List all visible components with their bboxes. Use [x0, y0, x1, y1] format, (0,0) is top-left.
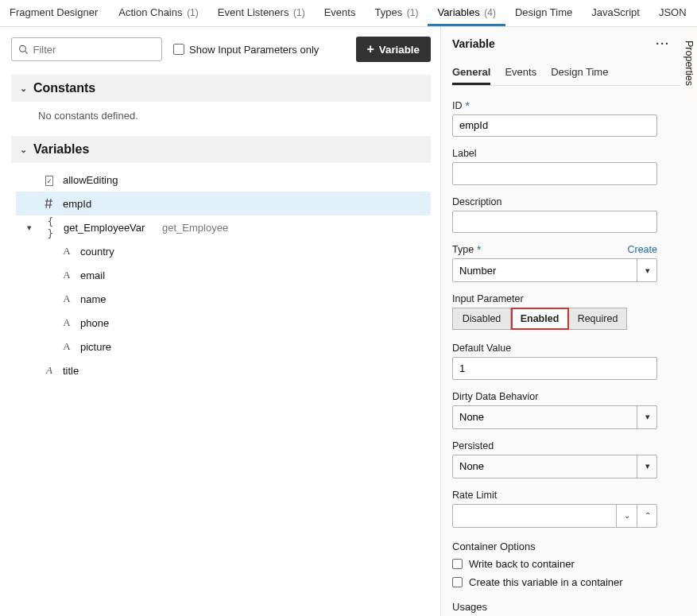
- plus-icon: +: [367, 43, 374, 56]
- checkbox-icon: [452, 559, 463, 569]
- object-icon: [44, 215, 56, 239]
- string-icon: [60, 316, 73, 329]
- default-value-input[interactable]: [452, 357, 657, 379]
- tree-item-allowediting[interactable]: allowEditing: [16, 168, 431, 192]
- constants-section-head[interactable]: ⌄ Constants: [11, 75, 431, 102]
- tree-item-get-employee-var[interactable]: ▾ get_EmployeeVar get_Employee: [16, 215, 431, 239]
- id-label: ID: [452, 100, 463, 111]
- property-panel-title: Variable: [452, 37, 495, 50]
- tree-label: email: [80, 269, 105, 281]
- chevron-down-icon[interactable]: ▾: [637, 258, 657, 282]
- add-variable-label: Variable: [379, 44, 420, 56]
- tree-label: empId: [63, 198, 91, 210]
- svg-line-4: [46, 199, 48, 208]
- svg-line-1: [25, 51, 28, 53]
- add-variable-button[interactable]: + Variable: [356, 37, 431, 62]
- properties-vertical-tab[interactable]: Properties: [680, 27, 697, 99]
- create-in-container-label: Create this variable in a container: [469, 576, 623, 588]
- create-type-link[interactable]: Create: [627, 244, 657, 255]
- tab-types[interactable]: Types (1): [365, 0, 428, 26]
- chevron-down-icon[interactable]: ▾: [637, 455, 657, 478]
- input-param-required[interactable]: Required: [569, 308, 627, 330]
- input-param-disabled[interactable]: Disabled: [452, 308, 511, 330]
- chevron-down-icon: ⌄: [19, 83, 27, 94]
- string-icon: [43, 364, 56, 377]
- no-constants-note: No constants defined.: [11, 102, 431, 136]
- tree-type-label: get_Employee: [162, 222, 228, 234]
- chevron-down-icon[interactable]: ⌄: [616, 504, 637, 528]
- tab-action-chains[interactable]: Action Chains (1): [109, 0, 208, 26]
- svg-point-0: [20, 45, 26, 52]
- variables-tree: allowEditing empId ▾ get_EmployeeVar get…: [11, 163, 431, 382]
- variables-panel: Show Input Parameters only + Variable ⌄ …: [0, 27, 441, 616]
- tab-json[interactable]: JSON: [649, 0, 696, 26]
- tree-label: phone: [80, 317, 109, 329]
- sub-tab-design-time[interactable]: Design Time: [551, 61, 608, 85]
- default-value-label: Default Value: [452, 343, 694, 354]
- create-in-container-checkbox[interactable]: Create this variable in a container: [452, 573, 694, 591]
- type-label: Type: [452, 244, 474, 255]
- input-parameter-segmented: Disabled Enabled Required: [452, 308, 627, 330]
- tab-event-listeners[interactable]: Event Listeners (1): [208, 0, 315, 26]
- tab-fragment-designer[interactable]: Fragment Designer: [0, 0, 109, 26]
- tree-label: country: [80, 246, 114, 258]
- tree-label: title: [63, 365, 79, 377]
- label-label: Label: [452, 148, 694, 159]
- required-icon: *: [477, 247, 481, 252]
- tree-label: picture: [80, 341, 111, 353]
- id-input[interactable]: [452, 114, 657, 137]
- description-input[interactable]: [452, 211, 657, 233]
- checkbox-icon: [173, 44, 184, 55]
- dirty-select[interactable]: [452, 405, 657, 429]
- filter-input-wrap[interactable]: [11, 37, 162, 61]
- tree-item-empid[interactable]: empId: [16, 192, 431, 215]
- show-input-params-label: Show Input Parameters only: [189, 44, 319, 56]
- tree-item-phone[interactable]: phone: [16, 311, 431, 335]
- write-back-label: Write back to container: [469, 558, 575, 570]
- tree-item-name[interactable]: name: [16, 287, 431, 311]
- tree-item-country[interactable]: country: [16, 239, 431, 263]
- variables-section-head[interactable]: ⌄ Variables: [11, 136, 431, 163]
- usages-label: Usages: [452, 601, 694, 613]
- property-sub-tabs: General Events Design Time: [452, 61, 694, 86]
- write-back-checkbox[interactable]: Write back to container: [452, 556, 694, 574]
- tree-label: allowEditing: [63, 174, 118, 186]
- filter-input[interactable]: [33, 44, 156, 56]
- type-select[interactable]: [452, 258, 657, 282]
- tab-design-time[interactable]: Design Time: [505, 0, 582, 26]
- chevron-up-icon[interactable]: ⌃: [637, 504, 657, 528]
- tree-item-picture[interactable]: picture: [16, 335, 431, 358]
- chevron-down-icon: ▾: [27, 223, 37, 233]
- string-icon: [60, 293, 73, 305]
- properties-panel: Variable ··· General Events Design Time …: [441, 27, 697, 616]
- label-input[interactable]: [452, 162, 657, 184]
- show-input-params-checkbox[interactable]: Show Input Parameters only: [173, 44, 319, 56]
- rate-limit-label: Rate Limit: [452, 490, 694, 501]
- enum-icon: [43, 174, 56, 186]
- tab-javascript[interactable]: JavaScript: [582, 0, 649, 26]
- search-icon: [18, 44, 29, 55]
- input-param-enabled[interactable]: Enabled: [511, 308, 569, 330]
- variables-title: Variables: [33, 142, 89, 157]
- chevron-down-icon[interactable]: ▾: [637, 405, 657, 429]
- sub-tab-events[interactable]: Events: [505, 61, 536, 85]
- tree-item-email[interactable]: email: [16, 263, 431, 287]
- chevron-down-icon: ⌄: [19, 145, 27, 155]
- tree-item-title[interactable]: title: [16, 358, 431, 382]
- string-icon: [60, 340, 73, 353]
- persisted-label: Persisted: [452, 440, 694, 451]
- string-icon: [60, 269, 73, 281]
- constants-title: Constants: [33, 81, 95, 95]
- tab-events[interactable]: Events: [315, 0, 366, 26]
- dirty-label: Dirty Data Behavior: [452, 391, 694, 402]
- input-parameter-label: Input Parameter: [452, 293, 694, 304]
- more-menu-button[interactable]: ···: [656, 37, 670, 50]
- persisted-select[interactable]: [452, 455, 657, 478]
- top-tabs: Fragment Designer Action Chains (1) Even…: [0, 0, 697, 27]
- tree-label: get_EmployeeVar: [64, 222, 145, 234]
- sub-tab-general[interactable]: General: [452, 61, 490, 85]
- container-options-label: Container Options: [452, 540, 694, 552]
- number-icon: [43, 198, 56, 209]
- tab-variables[interactable]: Variables (4): [428, 0, 505, 26]
- string-icon: [60, 245, 73, 258]
